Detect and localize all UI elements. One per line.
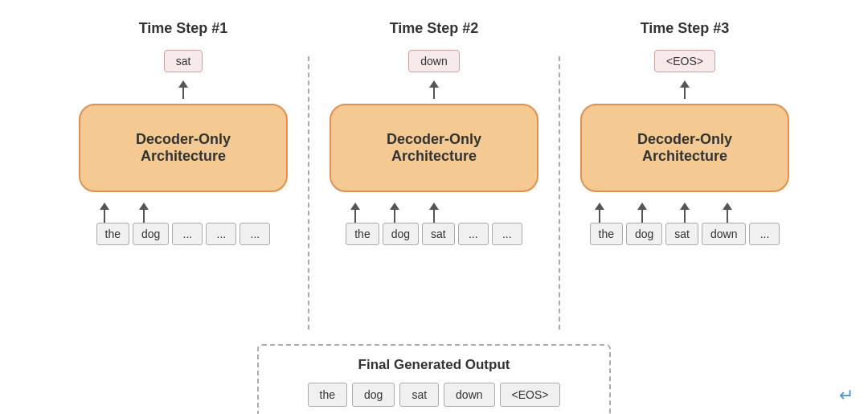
arrow-stem-1 [182, 88, 184, 99]
input-token-3-2: sat [665, 223, 698, 245]
arr2-3 [429, 203, 439, 223]
final-token-3: down [444, 383, 494, 407]
arrow-tip-1 [178, 80, 188, 88]
input-token-2-2: sat [422, 223, 455, 245]
input-token-3-1: dog [626, 223, 662, 245]
input-token-1-4: ... [240, 223, 270, 245]
main-layout: Time Step #1 sat Decoder-OnlyArchitectur… [16, 8, 852, 330]
final-token-1: dog [352, 383, 395, 407]
final-token-2: sat [399, 383, 439, 407]
arr2-1 [350, 203, 360, 223]
timestep-3: Time Step #3 <EOS> Decoder-OnlyArchitect… [560, 20, 809, 245]
output-arrow-1: sat [164, 50, 203, 99]
timestep-1-title: Time Step #1 [139, 20, 228, 37]
final-token-0: the [308, 383, 347, 407]
input-tokens-1: the dog ... ... ... [96, 223, 271, 245]
input-token-2-0: the [346, 223, 379, 245]
input-token-3-0: the [590, 223, 623, 245]
decoder-box-1: Decoder-OnlyArchitecture [79, 104, 288, 192]
decoder-label-3: Decoder-OnlyArchitecture [637, 131, 732, 165]
diagram-container: Time Step #1 sat Decoder-OnlyArchitectur… [0, 0, 868, 414]
output-arrow-3: <EOS> [654, 50, 715, 99]
timestep-3-title: Time Step #3 [641, 20, 730, 37]
input-token-2-4: ... [492, 223, 522, 245]
input-token-2-3: ... [458, 223, 489, 245]
arrow-stem-2 [433, 88, 435, 99]
input-tokens-2: the dog sat ... ... [346, 223, 522, 245]
input-token-3-4: ... [749, 223, 780, 245]
arr3-3 [680, 203, 690, 223]
input-arrows-3 [580, 192, 789, 223]
final-output-title: Final Generated Output [358, 357, 510, 373]
input-arrows-1 [87, 192, 280, 223]
decoder-label-2: Decoder-OnlyArchitecture [387, 131, 481, 165]
bottom-section: Final Generated Output the dog sat down … [16, 336, 852, 414]
timestep-2: Time Step #2 down Decoder-OnlyArchitectu… [309, 20, 559, 245]
arrow-tip-2 [429, 80, 439, 88]
input-token-1-3: ... [206, 223, 236, 245]
arr3-1 [595, 203, 604, 223]
return-icon: ↵ [839, 385, 854, 406]
input-arrows-2 [338, 192, 530, 223]
decoder-box-2: Decoder-OnlyArchitecture [330, 104, 538, 192]
arrow-tip-3 [680, 80, 690, 88]
final-tokens-row: the dog sat down <EOS> [308, 383, 561, 407]
timestep-2-title: Time Step #2 [390, 20, 479, 37]
arr3-2 [637, 203, 647, 223]
output-token-2: down [408, 50, 459, 72]
decoder-box-3: Decoder-OnlyArchitecture [580, 104, 789, 192]
arr3-4 [723, 203, 732, 223]
output-token-3: <EOS> [654, 50, 715, 72]
input-token-1-2: ... [172, 223, 203, 245]
decoder-label-1: Decoder-OnlyArchitecture [136, 131, 231, 165]
arr1-2 [139, 203, 149, 223]
output-token-1: sat [164, 50, 203, 72]
input-token-1-1: dog [133, 223, 169, 245]
arr2-2 [390, 203, 399, 223]
input-tokens-3: the dog sat down ... [590, 223, 780, 245]
final-token-4: <EOS> [500, 383, 561, 407]
arr1-1 [100, 203, 109, 223]
timestep-1: Time Step #1 sat Decoder-OnlyArchitectur… [59, 20, 308, 245]
input-token-1-0: the [96, 223, 129, 245]
output-arrow-2: down [408, 50, 459, 99]
arrow-stem-3 [684, 88, 686, 99]
final-output-section: Final Generated Output the dog sat down … [257, 344, 611, 414]
input-token-2-1: dog [383, 223, 419, 245]
input-token-3-3: down [702, 223, 746, 245]
